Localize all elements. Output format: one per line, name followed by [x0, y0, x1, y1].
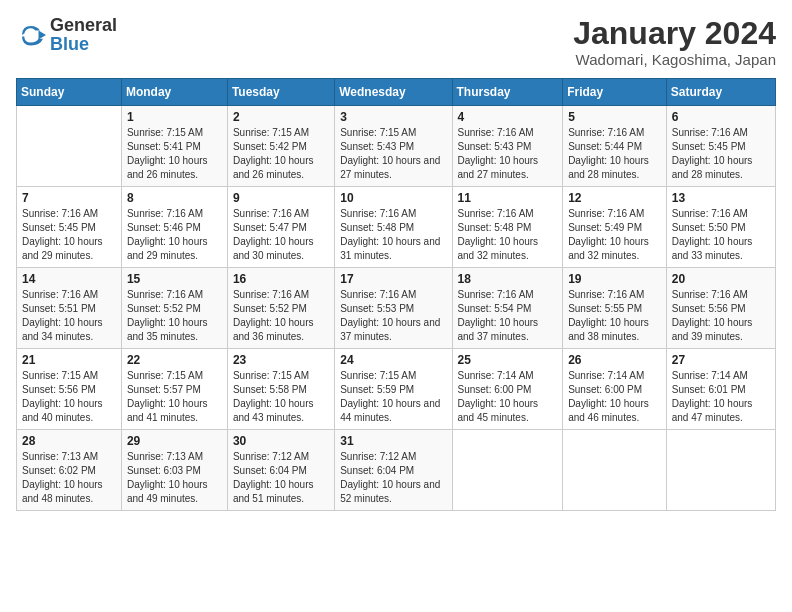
calendar-cell: 19Sunrise: 7:16 AMSunset: 5:55 PMDayligh… [563, 268, 667, 349]
calendar-cell [452, 430, 563, 511]
logo-blue: Blue [50, 34, 89, 54]
day-number: 22 [127, 353, 222, 367]
day-info: Sunrise: 7:14 AMSunset: 6:01 PMDaylight:… [672, 369, 770, 425]
day-info: Sunrise: 7:16 AMSunset: 5:52 PMDaylight:… [233, 288, 329, 344]
day-number: 24 [340, 353, 446, 367]
day-number: 20 [672, 272, 770, 286]
calendar-cell: 17Sunrise: 7:16 AMSunset: 5:53 PMDayligh… [335, 268, 452, 349]
day-info: Sunrise: 7:16 AMSunset: 5:45 PMDaylight:… [22, 207, 116, 263]
calendar-cell [17, 106, 122, 187]
calendar-header-tuesday: Tuesday [227, 79, 334, 106]
calendar-table: SundayMondayTuesdayWednesdayThursdayFrid… [16, 78, 776, 511]
day-info: Sunrise: 7:15 AMSunset: 5:59 PMDaylight:… [340, 369, 446, 425]
day-number: 8 [127, 191, 222, 205]
day-info: Sunrise: 7:14 AMSunset: 6:00 PMDaylight:… [458, 369, 558, 425]
day-info: Sunrise: 7:16 AMSunset: 5:43 PMDaylight:… [458, 126, 558, 182]
day-info: Sunrise: 7:16 AMSunset: 5:44 PMDaylight:… [568, 126, 661, 182]
calendar-cell: 16Sunrise: 7:16 AMSunset: 5:52 PMDayligh… [227, 268, 334, 349]
day-number: 9 [233, 191, 329, 205]
day-info: Sunrise: 7:16 AMSunset: 5:55 PMDaylight:… [568, 288, 661, 344]
calendar-cell: 25Sunrise: 7:14 AMSunset: 6:00 PMDayligh… [452, 349, 563, 430]
day-info: Sunrise: 7:16 AMSunset: 5:56 PMDaylight:… [672, 288, 770, 344]
calendar-cell: 27Sunrise: 7:14 AMSunset: 6:01 PMDayligh… [666, 349, 775, 430]
calendar-header-row: SundayMondayTuesdayWednesdayThursdayFrid… [17, 79, 776, 106]
day-number: 26 [568, 353, 661, 367]
day-info: Sunrise: 7:15 AMSunset: 5:57 PMDaylight:… [127, 369, 222, 425]
day-number: 25 [458, 353, 558, 367]
calendar-header-wednesday: Wednesday [335, 79, 452, 106]
calendar-header-saturday: Saturday [666, 79, 775, 106]
day-number: 13 [672, 191, 770, 205]
day-info: Sunrise: 7:15 AMSunset: 5:58 PMDaylight:… [233, 369, 329, 425]
day-number: 28 [22, 434, 116, 448]
day-info: Sunrise: 7:16 AMSunset: 5:47 PMDaylight:… [233, 207, 329, 263]
day-number: 29 [127, 434, 222, 448]
page-title: January 2024 [573, 16, 776, 51]
calendar-cell: 18Sunrise: 7:16 AMSunset: 5:54 PMDayligh… [452, 268, 563, 349]
calendar-cell: 8Sunrise: 7:16 AMSunset: 5:46 PMDaylight… [121, 187, 227, 268]
calendar-week-3: 14Sunrise: 7:16 AMSunset: 5:51 PMDayligh… [17, 268, 776, 349]
calendar-cell [666, 430, 775, 511]
day-info: Sunrise: 7:16 AMSunset: 5:54 PMDaylight:… [458, 288, 558, 344]
day-number: 19 [568, 272, 661, 286]
calendar-header-monday: Monday [121, 79, 227, 106]
calendar-cell: 31Sunrise: 7:12 AMSunset: 6:04 PMDayligh… [335, 430, 452, 511]
logo-text: General Blue [50, 16, 117, 54]
calendar-cell: 30Sunrise: 7:12 AMSunset: 6:04 PMDayligh… [227, 430, 334, 511]
day-number: 21 [22, 353, 116, 367]
day-info: Sunrise: 7:16 AMSunset: 5:50 PMDaylight:… [672, 207, 770, 263]
day-info: Sunrise: 7:15 AMSunset: 5:56 PMDaylight:… [22, 369, 116, 425]
calendar-cell: 22Sunrise: 7:15 AMSunset: 5:57 PMDayligh… [121, 349, 227, 430]
day-number: 27 [672, 353, 770, 367]
logo-icon [16, 20, 46, 50]
logo-general: General [50, 15, 117, 35]
calendar-cell: 28Sunrise: 7:13 AMSunset: 6:02 PMDayligh… [17, 430, 122, 511]
calendar-cell: 5Sunrise: 7:16 AMSunset: 5:44 PMDaylight… [563, 106, 667, 187]
day-number: 23 [233, 353, 329, 367]
title-block: January 2024 Wadomari, Kagoshima, Japan [573, 16, 776, 68]
calendar-cell: 4Sunrise: 7:16 AMSunset: 5:43 PMDaylight… [452, 106, 563, 187]
page-subtitle: Wadomari, Kagoshima, Japan [573, 51, 776, 68]
day-info: Sunrise: 7:16 AMSunset: 5:45 PMDaylight:… [672, 126, 770, 182]
page-header: General Blue January 2024 Wadomari, Kago… [16, 16, 776, 68]
calendar-cell: 15Sunrise: 7:16 AMSunset: 5:52 PMDayligh… [121, 268, 227, 349]
day-number: 15 [127, 272, 222, 286]
day-number: 7 [22, 191, 116, 205]
day-number: 1 [127, 110, 222, 124]
calendar-cell [563, 430, 667, 511]
calendar-cell: 1Sunrise: 7:15 AMSunset: 5:41 PMDaylight… [121, 106, 227, 187]
day-info: Sunrise: 7:16 AMSunset: 5:46 PMDaylight:… [127, 207, 222, 263]
calendar-cell: 20Sunrise: 7:16 AMSunset: 5:56 PMDayligh… [666, 268, 775, 349]
day-number: 30 [233, 434, 329, 448]
day-info: Sunrise: 7:16 AMSunset: 5:53 PMDaylight:… [340, 288, 446, 344]
day-number: 10 [340, 191, 446, 205]
day-number: 4 [458, 110, 558, 124]
calendar-cell: 29Sunrise: 7:13 AMSunset: 6:03 PMDayligh… [121, 430, 227, 511]
day-number: 17 [340, 272, 446, 286]
day-info: Sunrise: 7:16 AMSunset: 5:52 PMDaylight:… [127, 288, 222, 344]
day-number: 6 [672, 110, 770, 124]
calendar-cell: 6Sunrise: 7:16 AMSunset: 5:45 PMDaylight… [666, 106, 775, 187]
day-number: 11 [458, 191, 558, 205]
day-info: Sunrise: 7:12 AMSunset: 6:04 PMDaylight:… [340, 450, 446, 506]
calendar-header-sunday: Sunday [17, 79, 122, 106]
day-info: Sunrise: 7:12 AMSunset: 6:04 PMDaylight:… [233, 450, 329, 506]
calendar-cell: 3Sunrise: 7:15 AMSunset: 5:43 PMDaylight… [335, 106, 452, 187]
calendar-week-1: 1Sunrise: 7:15 AMSunset: 5:41 PMDaylight… [17, 106, 776, 187]
calendar-cell: 21Sunrise: 7:15 AMSunset: 5:56 PMDayligh… [17, 349, 122, 430]
day-number: 5 [568, 110, 661, 124]
day-info: Sunrise: 7:15 AMSunset: 5:41 PMDaylight:… [127, 126, 222, 182]
calendar-cell: 23Sunrise: 7:15 AMSunset: 5:58 PMDayligh… [227, 349, 334, 430]
calendar-cell: 2Sunrise: 7:15 AMSunset: 5:42 PMDaylight… [227, 106, 334, 187]
calendar-header-friday: Friday [563, 79, 667, 106]
day-number: 3 [340, 110, 446, 124]
day-number: 31 [340, 434, 446, 448]
calendar-cell: 9Sunrise: 7:16 AMSunset: 5:47 PMDaylight… [227, 187, 334, 268]
day-info: Sunrise: 7:13 AMSunset: 6:02 PMDaylight:… [22, 450, 116, 506]
calendar-cell: 11Sunrise: 7:16 AMSunset: 5:48 PMDayligh… [452, 187, 563, 268]
day-info: Sunrise: 7:15 AMSunset: 5:42 PMDaylight:… [233, 126, 329, 182]
day-info: Sunrise: 7:15 AMSunset: 5:43 PMDaylight:… [340, 126, 446, 182]
calendar-week-5: 28Sunrise: 7:13 AMSunset: 6:02 PMDayligh… [17, 430, 776, 511]
day-info: Sunrise: 7:13 AMSunset: 6:03 PMDaylight:… [127, 450, 222, 506]
calendar-cell: 26Sunrise: 7:14 AMSunset: 6:00 PMDayligh… [563, 349, 667, 430]
